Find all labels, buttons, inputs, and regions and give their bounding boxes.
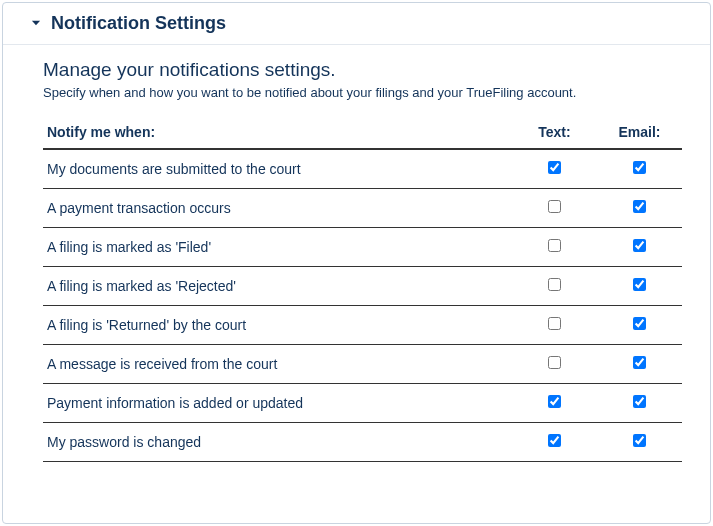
row-label: A payment transaction occurs (43, 189, 512, 228)
col-header-text: Text: (512, 118, 597, 149)
text-checkbox[interactable] (548, 356, 561, 369)
table-row: My documents are submitted to the court (43, 149, 682, 189)
text-cell (512, 149, 597, 189)
text-cell (512, 345, 597, 384)
email-cell (597, 345, 682, 384)
email-cell (597, 423, 682, 462)
email-checkbox[interactable] (633, 317, 646, 330)
email-cell (597, 267, 682, 306)
row-label: Payment information is added or updated (43, 384, 512, 423)
table-row: A message is received from the court (43, 345, 682, 384)
email-checkbox[interactable] (633, 278, 646, 291)
table-row: Payment information is added or updated (43, 384, 682, 423)
text-checkbox[interactable] (548, 317, 561, 330)
notification-table: Notify me when: Text: Email: My document… (43, 118, 682, 462)
email-checkbox[interactable] (633, 239, 646, 252)
row-label: My documents are submitted to the court (43, 149, 512, 189)
email-checkbox[interactable] (633, 200, 646, 213)
table-row: A filing is 'Returned' by the court (43, 306, 682, 345)
row-label: A filing is marked as 'Rejected' (43, 267, 512, 306)
section-description: Specify when and how you want to be noti… (43, 85, 682, 100)
email-checkbox[interactable] (633, 395, 646, 408)
col-header-email: Email: (597, 118, 682, 149)
row-label: A filing is marked as 'Filed' (43, 228, 512, 267)
notification-settings-panel: Notification Settings Manage your notifi… (2, 2, 711, 524)
table-row: A filing is marked as 'Rejected' (43, 267, 682, 306)
panel-content: Manage your notifications settings. Spec… (3, 45, 710, 472)
email-cell (597, 189, 682, 228)
row-label: A message is received from the court (43, 345, 512, 384)
col-header-event: Notify me when: (43, 118, 512, 149)
email-checkbox[interactable] (633, 434, 646, 447)
table-row: A filing is marked as 'Filed' (43, 228, 682, 267)
text-cell (512, 189, 597, 228)
text-checkbox[interactable] (548, 434, 561, 447)
email-cell (597, 306, 682, 345)
text-cell (512, 423, 597, 462)
table-row: A payment transaction occurs (43, 189, 682, 228)
text-checkbox[interactable] (548, 278, 561, 291)
text-checkbox[interactable] (548, 395, 561, 408)
text-checkbox[interactable] (548, 239, 561, 252)
panel-title: Notification Settings (51, 13, 226, 34)
panel-header[interactable]: Notification Settings (3, 3, 710, 45)
section-subtitle: Manage your notifications settings. (43, 59, 682, 81)
text-checkbox[interactable] (548, 200, 561, 213)
text-checkbox[interactable] (548, 161, 561, 174)
text-cell (512, 384, 597, 423)
text-cell (512, 267, 597, 306)
email-cell (597, 384, 682, 423)
text-cell (512, 228, 597, 267)
email-cell (597, 149, 682, 189)
row-label: My password is changed (43, 423, 512, 462)
row-label: A filing is 'Returned' by the court (43, 306, 512, 345)
text-cell (512, 306, 597, 345)
email-checkbox[interactable] (633, 161, 646, 174)
table-row: My password is changed (43, 423, 682, 462)
email-cell (597, 228, 682, 267)
email-checkbox[interactable] (633, 356, 646, 369)
chevron-down-icon (29, 16, 43, 32)
